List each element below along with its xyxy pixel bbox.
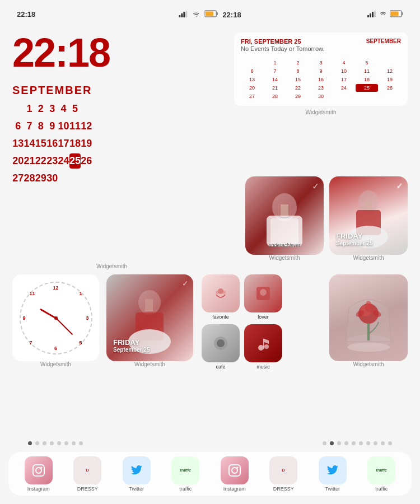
big-cal-day: 11 — [69, 119, 81, 134]
friday-widget-wrapper-2: ✓ FRIDAY September 25 Widgetsmith — [106, 274, 193, 370]
right-widget-row-1: underachiever ✓ Widgetsmith ✓ ✓ — [245, 176, 408, 263]
signal-center — [179, 11, 188, 19]
dock-icon-dressy-1[interactable]: D — [73, 456, 101, 484]
big-cal-day: 24 — [58, 153, 69, 169]
app-icon-lover-label: lover — [244, 314, 282, 320]
s-cal-day: 29 — [287, 92, 309, 100]
big-cal-day: 2 — [35, 101, 46, 116]
analog-clock-face: 12 3 6 9 1 11 5 7 — [20, 282, 92, 354]
dock-icon-dressy-2[interactable]: D — [269, 456, 297, 484]
svg-point-47 — [40, 466, 42, 468]
s-cal-day: 24 — [333, 84, 355, 92]
dock-icon-instagram-2[interactable] — [221, 456, 249, 484]
dock-item-dressy-2[interactable]: D DRESSY — [269, 456, 297, 492]
app-icon-cafe-label: cafe — [202, 364, 240, 370]
clock-num-5: 5 — [79, 340, 82, 346]
big-cal-empty — [58, 171, 69, 186]
underachiever-text: underachiever — [268, 242, 300, 248]
svg-point-30 — [260, 289, 267, 296]
dock-item-traffic-1[interactable]: traffic traffic — [171, 456, 199, 492]
big-cal-day: 20 — [12, 153, 24, 169]
s-cal-day: 23 — [310, 84, 332, 92]
svg-rect-13 — [391, 12, 399, 16]
minute-hand — [55, 318, 73, 335]
underachiever-widget-wrapper: underachiever ✓ Widgetsmith — [245, 176, 324, 263]
big-cal-day: 14 — [24, 136, 35, 151]
app-icon-favorite[interactable] — [202, 274, 240, 312]
battery-center — [204, 10, 218, 19]
s-cal-day: 30 — [310, 92, 332, 100]
small-cal-date: FRI, SEPTEMBER 25 — [241, 38, 324, 45]
dot-left-2 — [35, 441, 39, 445]
app-icon-music-wrapper: music — [244, 324, 282, 370]
big-cal-day: 3 — [46, 101, 58, 116]
svg-rect-12 — [402, 12, 403, 15]
big-cal-empty — [69, 171, 81, 186]
dot-right-2 — [330, 441, 334, 445]
svg-rect-8 — [370, 13, 371, 17]
big-cal-day — [81, 101, 92, 116]
dot-right-3 — [337, 441, 341, 445]
s-cal-today: 25 — [356, 84, 378, 92]
dot-right-1 — [323, 441, 326, 445]
s-cal-empty — [379, 92, 401, 100]
svg-point-32 — [217, 339, 225, 347]
big-cal-empty — [81, 171, 92, 186]
s-cal-day: 12 — [379, 67, 401, 75]
svg-point-50 — [236, 466, 238, 468]
s-cal-day: 21 — [264, 84, 286, 92]
big-cal-day: 27 — [12, 171, 24, 186]
big-clock-widget: 22:18 — [12, 32, 110, 78]
dock-label-dressy-2: DRESSY — [273, 486, 294, 492]
app-icon-music[interactable] — [244, 324, 282, 362]
dot-right-4 — [344, 441, 348, 445]
dock-item-traffic-2[interactable]: traffic traffic — [367, 456, 395, 492]
svg-rect-6 — [206, 12, 213, 16]
s-cal-day: 20 — [241, 84, 263, 92]
dock-label-dressy-1: DRESSY — [77, 486, 98, 492]
photo-day-1: FRIDAY — [336, 232, 373, 240]
rose-widget — [329, 274, 408, 361]
s-cal-day: 15 — [287, 76, 309, 83]
s-cal-day: 5 — [356, 59, 378, 67]
dock-icon-traffic-2[interactable]: traffic — [367, 456, 395, 484]
dock-icon-traffic-1[interactable]: traffic — [171, 456, 199, 484]
underachiever-widget: underachiever ✓ — [245, 176, 324, 255]
dock-icon-twitter-2[interactable] — [319, 456, 347, 484]
dot-left-5 — [57, 441, 61, 445]
s-cal-day: 6 — [241, 67, 263, 75]
app-icon-lover[interactable] — [244, 274, 282, 312]
dock-item-twitter-1[interactable]: Twitter — [123, 456, 151, 492]
s-cal-day: 16 — [310, 76, 332, 83]
svg-rect-10 — [374, 11, 376, 17]
big-cal-day: 23 — [46, 153, 58, 169]
svg-rect-16 — [281, 204, 288, 216]
s-cal-day: 17 — [333, 76, 355, 83]
dock-item-twitter-2[interactable]: Twitter — [319, 456, 347, 492]
big-cal-day: 15 — [35, 136, 46, 151]
svg-point-44 — [347, 343, 390, 352]
svg-rect-17 — [267, 216, 302, 246]
s-cal-day: 8 — [287, 67, 309, 75]
widgetsmith-label-2: Widgetsmith — [329, 255, 408, 261]
clock-num-7: 7 — [30, 340, 32, 346]
big-cal-day: 8 — [35, 119, 46, 134]
dock-icon-instagram-1[interactable] — [25, 456, 53, 484]
svg-point-27 — [216, 291, 219, 294]
friday-widget-1: ✓ ✓ FRIDAY September 25 — [329, 176, 408, 255]
photo-date-2: September 25 — [113, 347, 150, 353]
dock-item-instagram-2[interactable]: Instagram — [221, 456, 249, 492]
dock-item-instagram-1[interactable]: Instagram — [25, 456, 53, 492]
svg-rect-5 — [217, 12, 218, 15]
app-icon-cafe[interactable] — [202, 324, 240, 362]
widgetsmith-label-bigcal: Widgetsmith — [12, 260, 211, 270]
dock-icon-twitter-1[interactable] — [123, 456, 151, 484]
svg-rect-3 — [185, 11, 187, 17]
svg-rect-7 — [367, 15, 369, 17]
small-calendar-grid: 1 2 3 4 5 6 7 8 9 10 11 12 13 14 15 16 1… — [241, 59, 401, 100]
big-cal-empty — [12, 101, 24, 116]
svg-point-49 — [232, 468, 237, 473]
dock-item-dressy-1[interactable]: D DRESSY — [73, 456, 101, 492]
dot-right-10 — [388, 441, 392, 445]
dot-right-6 — [359, 441, 363, 445]
